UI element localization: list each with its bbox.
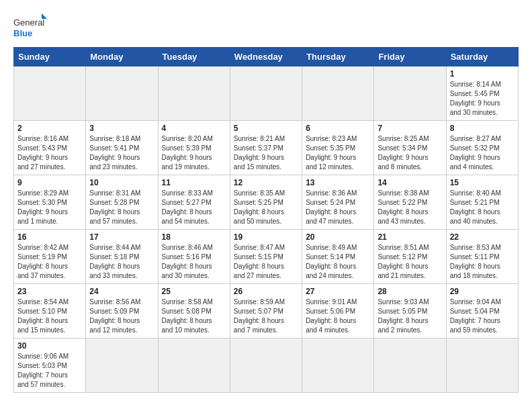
logo: General Blue bbox=[13, 13, 47, 40]
day-number: 29 bbox=[450, 287, 515, 296]
svg-marker-2 bbox=[42, 13, 47, 19]
calendar-week-1: 1Sunrise: 8:14 AMSunset: 5:45 PMDaylight… bbox=[14, 66, 519, 121]
calendar-cell bbox=[374, 338, 446, 393]
calendar-cell bbox=[14, 66, 86, 121]
calendar-cell: 8Sunrise: 8:27 AMSunset: 5:32 PMDaylight… bbox=[446, 121, 518, 175]
calendar-cell bbox=[86, 66, 158, 121]
weekday-header-monday: Monday bbox=[86, 48, 158, 66]
day-info: Sunrise: 8:20 AMSunset: 5:39 PMDaylight:… bbox=[162, 134, 226, 172]
calendar-week-4: 16Sunrise: 8:42 AMSunset: 5:19 PMDayligh… bbox=[14, 230, 519, 284]
day-info: Sunrise: 8:54 AMSunset: 5:10 PMDaylight:… bbox=[17, 298, 82, 335]
weekday-header-sunday: Sunday bbox=[14, 48, 86, 66]
day-info: Sunrise: 8:53 AMSunset: 5:11 PMDaylight:… bbox=[450, 243, 515, 281]
day-info: Sunrise: 9:03 AMSunset: 5:05 PMDaylight:… bbox=[378, 298, 442, 335]
day-number: 2 bbox=[17, 124, 82, 133]
calendar-cell: 12Sunrise: 8:35 AMSunset: 5:25 PMDayligh… bbox=[230, 175, 302, 230]
calendar-cell: 17Sunrise: 8:44 AMSunset: 5:18 PMDayligh… bbox=[86, 230, 158, 284]
calendar-cell: 16Sunrise: 8:42 AMSunset: 5:19 PMDayligh… bbox=[14, 230, 86, 284]
day-info: Sunrise: 8:35 AMSunset: 5:25 PMDaylight:… bbox=[234, 189, 298, 226]
calendar-cell: 2Sunrise: 8:16 AMSunset: 5:43 PMDaylight… bbox=[14, 121, 86, 175]
day-number: 24 bbox=[89, 287, 154, 296]
day-info: Sunrise: 8:21 AMSunset: 5:37 PMDaylight:… bbox=[234, 134, 298, 172]
weekday-header-thursday: Thursday bbox=[302, 48, 374, 66]
day-info: Sunrise: 8:36 AMSunset: 5:24 PMDaylight:… bbox=[306, 189, 370, 226]
day-number: 19 bbox=[234, 232, 298, 242]
calendar-cell: 9Sunrise: 8:29 AMSunset: 5:30 PMDaylight… bbox=[14, 175, 86, 230]
weekday-header-friday: Friday bbox=[374, 48, 446, 66]
calendar-cell bbox=[158, 66, 230, 121]
day-number: 8 bbox=[450, 124, 515, 133]
day-info: Sunrise: 8:47 AMSunset: 5:15 PMDaylight:… bbox=[234, 243, 298, 281]
calendar-cell: 27Sunrise: 9:01 AMSunset: 5:06 PMDayligh… bbox=[302, 284, 374, 338]
calendar-week-6: 30Sunrise: 9:06 AMSunset: 5:03 PMDayligh… bbox=[14, 338, 519, 393]
day-info: Sunrise: 8:27 AMSunset: 5:32 PMDaylight:… bbox=[450, 134, 515, 172]
day-info: Sunrise: 8:33 AMSunset: 5:27 PMDaylight:… bbox=[162, 189, 226, 226]
day-number: 3 bbox=[89, 124, 154, 133]
calendar-cell bbox=[230, 338, 302, 393]
calendar-cell: 7Sunrise: 8:25 AMSunset: 5:34 PMDaylight… bbox=[374, 121, 446, 175]
calendar-cell: 14Sunrise: 8:38 AMSunset: 5:22 PMDayligh… bbox=[374, 175, 446, 230]
page-header: General Blue bbox=[13, 13, 519, 40]
calendar-cell: 23Sunrise: 8:54 AMSunset: 5:10 PMDayligh… bbox=[14, 284, 86, 338]
calendar-cell: 18Sunrise: 8:46 AMSunset: 5:16 PMDayligh… bbox=[158, 230, 230, 284]
day-info: Sunrise: 9:04 AMSunset: 5:04 PMDaylight:… bbox=[450, 298, 515, 335]
calendar-cell bbox=[302, 338, 374, 393]
day-number: 11 bbox=[162, 178, 226, 187]
calendar-cell: 6Sunrise: 8:23 AMSunset: 5:35 PMDaylight… bbox=[302, 121, 374, 175]
calendar-week-5: 23Sunrise: 8:54 AMSunset: 5:10 PMDayligh… bbox=[14, 284, 519, 338]
day-info: Sunrise: 8:25 AMSunset: 5:34 PMDaylight:… bbox=[378, 134, 442, 172]
day-number: 20 bbox=[306, 232, 370, 242]
calendar-week-2: 2Sunrise: 8:16 AMSunset: 5:43 PMDaylight… bbox=[14, 121, 519, 175]
day-number: 1 bbox=[450, 69, 515, 79]
calendar-cell: 30Sunrise: 9:06 AMSunset: 5:03 PMDayligh… bbox=[14, 338, 86, 393]
day-info: Sunrise: 8:40 AMSunset: 5:21 PMDaylight:… bbox=[450, 189, 515, 226]
day-number: 12 bbox=[234, 178, 298, 187]
day-info: Sunrise: 9:01 AMSunset: 5:06 PMDaylight:… bbox=[306, 298, 370, 335]
day-info: Sunrise: 8:29 AMSunset: 5:30 PMDaylight:… bbox=[17, 189, 82, 226]
day-number: 21 bbox=[378, 232, 442, 242]
calendar-cell: 11Sunrise: 8:33 AMSunset: 5:27 PMDayligh… bbox=[158, 175, 230, 230]
calendar-cell bbox=[446, 338, 518, 393]
calendar-cell: 5Sunrise: 8:21 AMSunset: 5:37 PMDaylight… bbox=[230, 121, 302, 175]
day-info: Sunrise: 8:14 AMSunset: 5:45 PMDaylight:… bbox=[450, 80, 515, 118]
calendar-cell: 1Sunrise: 8:14 AMSunset: 5:45 PMDaylight… bbox=[446, 66, 518, 121]
day-number: 26 bbox=[234, 287, 298, 296]
day-info: Sunrise: 8:44 AMSunset: 5:18 PMDaylight:… bbox=[89, 243, 154, 281]
calendar-cell: 24Sunrise: 8:56 AMSunset: 5:09 PMDayligh… bbox=[86, 284, 158, 338]
calendar-cell bbox=[302, 66, 374, 121]
logo-svg: General Blue bbox=[13, 13, 47, 40]
weekday-header-saturday: Saturday bbox=[446, 48, 518, 66]
calendar-week-3: 9Sunrise: 8:29 AMSunset: 5:30 PMDaylight… bbox=[14, 175, 519, 230]
calendar-cell: 10Sunrise: 8:31 AMSunset: 5:28 PMDayligh… bbox=[86, 175, 158, 230]
calendar-cell bbox=[86, 338, 158, 393]
day-info: Sunrise: 8:23 AMSunset: 5:35 PMDaylight:… bbox=[306, 134, 370, 172]
day-number: 13 bbox=[306, 178, 370, 187]
day-number: 9 bbox=[17, 178, 82, 187]
calendar-cell: 15Sunrise: 8:40 AMSunset: 5:21 PMDayligh… bbox=[446, 175, 518, 230]
day-number: 10 bbox=[89, 178, 154, 187]
day-number: 28 bbox=[378, 287, 442, 296]
svg-text:General: General bbox=[13, 17, 44, 28]
calendar-cell: 13Sunrise: 8:36 AMSunset: 5:24 PMDayligh… bbox=[302, 175, 374, 230]
calendar-cell: 26Sunrise: 8:59 AMSunset: 5:07 PMDayligh… bbox=[230, 284, 302, 338]
day-number: 25 bbox=[162, 287, 226, 296]
calendar-cell: 4Sunrise: 8:20 AMSunset: 5:39 PMDaylight… bbox=[158, 121, 230, 175]
day-info: Sunrise: 8:56 AMSunset: 5:09 PMDaylight:… bbox=[89, 298, 154, 335]
calendar-cell: 28Sunrise: 9:03 AMSunset: 5:05 PMDayligh… bbox=[374, 284, 446, 338]
calendar-cell: 20Sunrise: 8:49 AMSunset: 5:14 PMDayligh… bbox=[302, 230, 374, 284]
day-info: Sunrise: 8:51 AMSunset: 5:12 PMDaylight:… bbox=[378, 243, 442, 281]
calendar-cell bbox=[374, 66, 446, 121]
calendar-cell: 25Sunrise: 8:58 AMSunset: 5:08 PMDayligh… bbox=[158, 284, 230, 338]
weekday-header-tuesday: Tuesday bbox=[158, 48, 230, 66]
day-number: 22 bbox=[450, 232, 515, 242]
calendar-cell bbox=[158, 338, 230, 393]
weekday-header-wednesday: Wednesday bbox=[230, 48, 302, 66]
day-info: Sunrise: 8:58 AMSunset: 5:08 PMDaylight:… bbox=[162, 298, 226, 335]
day-number: 27 bbox=[306, 287, 370, 296]
calendar-table: SundayMondayTuesdayWednesdayThursdayFrid… bbox=[13, 47, 519, 393]
calendar-cell bbox=[230, 66, 302, 121]
calendar-cell: 21Sunrise: 8:51 AMSunset: 5:12 PMDayligh… bbox=[374, 230, 446, 284]
weekday-header-row: SundayMondayTuesdayWednesdayThursdayFrid… bbox=[14, 48, 519, 66]
day-number: 5 bbox=[234, 124, 298, 133]
day-info: Sunrise: 8:42 AMSunset: 5:19 PMDaylight:… bbox=[17, 243, 82, 281]
